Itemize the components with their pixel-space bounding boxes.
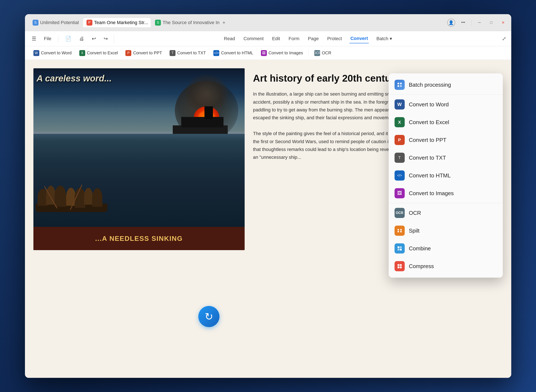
file-label[interactable]: File <box>42 34 53 43</box>
maximize-button[interactable]: □ <box>488 19 495 26</box>
nav-protect[interactable]: Protect <box>326 34 343 43</box>
dropdown-ppt-label: Convert to PPT <box>409 137 447 143</box>
dropdown-word-icon: W <box>395 99 405 110</box>
tab-label-1: Unlimited Potential <box>40 20 79 25</box>
dropdown-txt-label: Convert to TXT <box>409 154 446 161</box>
tab-unlimited-potential[interactable]: S Unlimited Potential <box>29 18 82 27</box>
convert-to-txt-button[interactable]: T Convert to TXT <box>166 48 209 58</box>
convert-to-word-button[interactable]: W Convert to Word <box>30 48 75 58</box>
redo-icon[interactable]: ↪ <box>102 34 110 43</box>
nav-form[interactable]: Form <box>288 34 300 43</box>
dropdown-split-label: Spilt <box>409 228 420 234</box>
nav-edit[interactable]: Edit <box>271 34 281 43</box>
toolbar-separator <box>308 50 309 56</box>
browser-window: S Unlimited Potential P Team One Marketi… <box>25 14 511 378</box>
dropdown-convert-ppt[interactable]: P Convert to PPT <box>389 131 503 149</box>
svg-rect-5 <box>397 231 399 232</box>
html-icon: </> <box>213 50 219 56</box>
txt-icon: T <box>170 50 176 56</box>
ocr-label: OCR <box>322 51 331 55</box>
convert-to-html-button[interactable]: </> Convert to HTML <box>210 48 256 58</box>
refresh-button[interactable]: ↻ <box>198 306 219 327</box>
close-button[interactable]: ✕ <box>499 19 507 26</box>
svg-rect-4 <box>397 229 399 230</box>
tab-close-button[interactable]: ✕ <box>150 20 150 25</box>
svg-rect-3 <box>400 85 402 87</box>
dropdown-combine[interactable]: Combine <box>389 240 503 257</box>
svg-rect-14 <box>397 266 399 268</box>
svg-rect-10 <box>397 249 399 251</box>
svg-rect-15 <box>400 266 402 268</box>
title-bar: S Unlimited Potential P Team One Marketi… <box>25 14 511 31</box>
menu-divider-2 <box>389 203 503 203</box>
dropdown-convert-html[interactable]: </> Convert to HTML <box>389 167 503 184</box>
document-icon[interactable]: 📄 <box>63 34 73 43</box>
ocr-icon: OCR <box>314 50 320 56</box>
poster-bottom-banner: ...A NEEDLESS SINKING <box>33 227 245 250</box>
convert-word-label: Convert to Word <box>41 51 72 55</box>
dropdown-ocr[interactable]: OCR OCR <box>389 204 503 222</box>
nav-comment[interactable]: Comment <box>242 34 264 43</box>
ocr-button[interactable]: OCR OCR <box>311 48 335 58</box>
dropdown-batch-processing[interactable]: Batch processing <box>389 76 503 94</box>
tab-team-one[interactable]: P Team One Marketing Str... ✕ <box>83 18 151 27</box>
tab-icon-3: S <box>155 20 161 26</box>
dropdown-ocr-icon: OCR <box>395 208 405 218</box>
toolbar-right-group: ⤢ <box>502 36 506 42</box>
dropdown-split-icon <box>395 226 405 236</box>
dropdown-compress-label: Compress <box>409 263 434 270</box>
dropdown-images-label: Convert to Images <box>409 190 454 197</box>
svg-rect-2 <box>397 85 399 87</box>
dropdown-images-icon: 🖼 <box>395 188 405 198</box>
word-icon: W <box>33 50 39 56</box>
svg-rect-7 <box>400 231 402 232</box>
minimize-button[interactable]: ─ <box>476 19 483 26</box>
batch-icon <box>395 80 405 90</box>
dropdown-menu: Batch processing W Convert to Word X Con… <box>389 73 503 278</box>
dropdown-split[interactable]: Spilt <box>389 222 503 240</box>
batch-processing-label: Batch processing <box>409 82 451 88</box>
dropdown-convert-word[interactable]: W Convert to Word <box>389 96 503 113</box>
menu-divider-1 <box>389 94 503 95</box>
poster-background: A careless word... ...A NEEDLESS SINKING <box>33 68 245 250</box>
poster-top-text: A careless word... <box>37 74 240 83</box>
nav-convert[interactable]: Convert <box>350 34 369 43</box>
convert-to-images-button[interactable]: 🖼 Convert to Images <box>257 48 306 58</box>
undo-icon[interactable]: ↩ <box>90 34 98 43</box>
ppt-icon: P <box>125 50 131 56</box>
toolbar-nav: Read Comment Edit Form Page Protect Conv… <box>114 34 502 43</box>
svg-rect-0 <box>397 83 399 84</box>
convert-images-label: Convert to Images <box>269 51 303 55</box>
user-avatar[interactable]: 👤 <box>447 19 455 27</box>
nav-read[interactable]: Read <box>223 34 236 43</box>
dropdown-convert-txt[interactable]: T Convert to TXT <box>389 149 503 167</box>
nav-batch[interactable]: Batch ▾ <box>376 34 393 43</box>
convert-to-excel-button[interactable]: X Convert to Excel <box>76 48 121 58</box>
hamburger-menu-icon[interactable]: ☰ <box>30 34 38 43</box>
dropdown-ocr-label: OCR <box>409 210 421 216</box>
refresh-icon: ↻ <box>205 311 213 322</box>
svg-rect-6 <box>400 229 402 230</box>
dropdown-convert-excel[interactable]: X Convert to Excel <box>389 113 503 131</box>
convert-toolbar: W Convert to Word X Convert to Excel P C… <box>25 46 511 60</box>
convert-txt-label: Convert to TXT <box>177 51 206 55</box>
add-tab-button[interactable]: + <box>220 19 228 26</box>
dropdown-convert-images[interactable]: 🖼 Convert to Images <box>389 184 503 202</box>
convert-to-ppt-button[interactable]: P Convert to PPT <box>122 48 165 58</box>
tab-label-3: The Source of Innovative In... <box>163 20 219 25</box>
open-external-icon[interactable]: ⤢ <box>502 36 506 42</box>
dropdown-ppt-icon: P <box>395 135 405 145</box>
dropdown-compress[interactable]: Compress <box>389 257 503 275</box>
print-icon[interactable]: 🖨 <box>77 34 86 43</box>
dropdown-excel-label: Convert to Excel <box>409 119 449 126</box>
title-bar-controls: 👤 ••• ─ □ ✕ <box>447 19 507 27</box>
more-options-button[interactable]: ••• <box>459 19 467 26</box>
svg-rect-8 <box>397 246 399 248</box>
images-icon: 🖼 <box>261 50 267 56</box>
nav-page[interactable]: Page <box>307 34 319 43</box>
main-toolbar: ☰ File 📄 🖨 ↩ ↪ Read Comment Edit Form Pa… <box>25 31 511 46</box>
tab-label-2: Team One Marketing Str... <box>94 20 148 25</box>
tab-source[interactable]: S The Source of Innovative In... <box>152 18 219 27</box>
dropdown-compress-icon <box>395 261 405 271</box>
dropdown-combine-icon <box>395 243 405 253</box>
